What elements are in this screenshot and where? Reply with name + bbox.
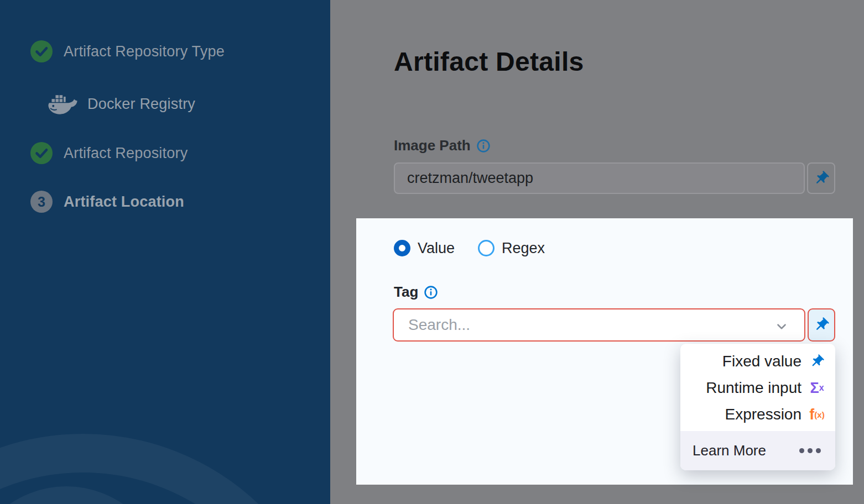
tag-type-radio-group: Value Regex <box>394 239 545 257</box>
pin-icon <box>813 170 830 187</box>
info-icon[interactable] <box>424 285 438 300</box>
menu-item-expression[interactable]: Expression f(x) <box>680 401 835 428</box>
more-options-icon[interactable] <box>799 448 821 453</box>
fx-expression-icon: f(x) <box>809 406 825 423</box>
input-type-menu: Fixed value Runtime input Σx Expression … <box>680 344 835 470</box>
image-path-fixed-value-pin-button[interactable] <box>807 162 835 194</box>
docker-whale-icon <box>48 92 79 116</box>
sigma-runtime-icon: Σx <box>809 380 825 397</box>
tag-label: Tag <box>394 284 418 301</box>
chevron-down-icon[interactable] <box>774 319 789 336</box>
radio-regex-label[interactable]: Regex <box>502 240 545 257</box>
menu-item-label: Fixed value <box>722 353 801 370</box>
radio-value[interactable] <box>394 240 410 256</box>
sidebar-item-docker-registry[interactable]: Docker Registry <box>48 92 195 116</box>
check-circle-icon <box>30 40 53 62</box>
info-icon[interactable] <box>476 139 491 153</box>
sidebar-item-artifact-repository-type[interactable]: Artifact Repository Type <box>30 40 225 62</box>
image-path-input[interactable]: cretzman/tweetapp <box>394 162 805 194</box>
menu-item-runtime-input[interactable]: Runtime input Σx <box>680 375 835 401</box>
selected-repo-type-label: Docker Registry <box>87 96 195 113</box>
step-label: Artifact Repository Type <box>64 43 225 60</box>
pin-icon <box>809 354 825 369</box>
sidebar-item-artifact-repository[interactable]: Artifact Repository <box>30 142 188 164</box>
page-title: Artifact Details <box>394 46 584 77</box>
pin-icon <box>813 317 830 333</box>
menu-item-label: Expression <box>725 406 801 423</box>
step-label: Artifact Location <box>64 193 184 211</box>
tag-search-select[interactable]: Search... <box>393 308 805 342</box>
tag-input-type-pin-button[interactable] <box>808 308 835 342</box>
menu-item-fixed-value[interactable]: Fixed value <box>680 348 835 375</box>
step-number-badge: 3 <box>30 191 53 213</box>
step-label: Artifact Repository <box>64 145 188 162</box>
learn-more-link[interactable]: Learn More <box>693 442 766 459</box>
radio-regex[interactable] <box>478 240 495 256</box>
image-path-label: Image Path <box>394 137 471 154</box>
check-circle-icon <box>30 142 53 164</box>
wizard-sidebar: Artifact Repository Type Docker Registry <box>0 0 330 504</box>
menu-item-label: Runtime input <box>706 379 801 397</box>
tag-search-placeholder: Search... <box>408 316 470 334</box>
image-path-value: cretzman/tweetapp <box>407 170 533 187</box>
sidebar-item-artifact-location[interactable]: 3 Artifact Location <box>30 191 184 213</box>
radio-value-label[interactable]: Value <box>418 240 455 257</box>
menu-footer: Learn More <box>680 431 835 470</box>
